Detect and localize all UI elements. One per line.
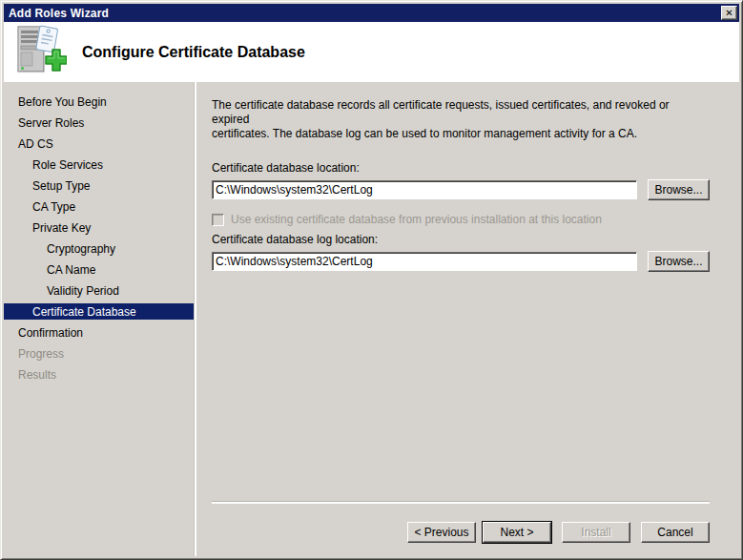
close-button[interactable]: ✕: [721, 6, 737, 20]
use-existing-db-label: Use existing certificate database from p…: [231, 213, 602, 226]
sidebar-item-ad-cs: AD CS: [4, 134, 195, 155]
sidebar-item-before-you-begin: Before You Begin: [4, 92, 195, 113]
close-icon: ✕: [725, 9, 733, 18]
db-location-input[interactable]: [212, 180, 637, 199]
step-label: AD CS: [18, 137, 53, 151]
step-label: Cryptography: [47, 242, 115, 256]
step-label: CA Name: [47, 263, 95, 277]
sidebar-item-confirmation: Confirmation: [4, 322, 195, 343]
sidebar-item-results: Results: [4, 364, 195, 385]
step-label: Before You Begin: [18, 95, 107, 109]
wizard-footer: < Previous Next > Install Cancel: [212, 504, 710, 556]
log-location-row: Browse...: [212, 251, 710, 272]
sidebar-item-ca-type: CA Type: [4, 197, 195, 218]
log-location-label: Certificate database log location:: [212, 233, 710, 246]
use-existing-db-row: Use existing certificate database from p…: [212, 213, 710, 226]
step-label: Certificate Database: [32, 305, 136, 319]
step-label: Setup Type: [32, 179, 91, 193]
log-location-browse-button[interactable]: Browse...: [648, 251, 710, 272]
sidebar-item-ca-name: CA Name: [4, 259, 195, 280]
step-label: CA Type: [32, 200, 75, 214]
step-label: Private Key: [32, 221, 91, 235]
wizard-header: Configure Certificate Database: [4, 22, 739, 82]
sidebar-item-validity-period: Validity Period: [4, 280, 195, 301]
page-description: The certificate database records all cer…: [212, 98, 710, 141]
wizard-steps-sidebar: Before You Begin Server Roles AD CS Role…: [4, 82, 195, 556]
titlebar: Add Roles Wizard ✕: [4, 4, 739, 22]
sidebar-item-cryptography: Cryptography: [4, 239, 195, 259]
sidebar-item-certificate-database-current: Certificate Database: [4, 303, 195, 320]
db-location-row: Browse...: [212, 179, 710, 200]
log-location-input[interactable]: [212, 252, 637, 271]
sidebar-item-private-key: Private Key: [4, 218, 195, 239]
spacer: [212, 284, 710, 502]
previous-button[interactable]: < Previous: [407, 522, 476, 543]
step-label: Validity Period: [47, 284, 119, 298]
db-location-label: Certificate database location:: [212, 161, 710, 175]
cancel-button[interactable]: Cancel: [641, 522, 710, 543]
step-label: Server Roles: [18, 116, 84, 130]
step-label: Role Services: [32, 158, 103, 172]
step-label: Confirmation: [18, 326, 83, 340]
sidebar-item-server-roles: Server Roles: [4, 113, 195, 134]
sidebar-item-setup-type: Setup Type: [4, 176, 195, 197]
sidebar-item-role-services: Role Services: [4, 155, 195, 176]
use-existing-db-checkbox[interactable]: [212, 214, 224, 226]
server-add-certificate-icon: [11, 25, 67, 80]
db-location-browse-button[interactable]: Browse...: [648, 179, 710, 200]
page-title: Configure Certificate Database: [82, 44, 305, 61]
add-roles-wizard-window: Add Roles Wizard ✕: [0, 0, 743, 560]
install-button[interactable]: Install: [562, 522, 630, 543]
next-button[interactable]: Next >: [483, 522, 551, 543]
step-label: Progress: [18, 347, 64, 361]
main-content: The certificate database records all cer…: [196, 82, 739, 556]
step-label: Results: [18, 368, 56, 382]
sidebar-item-progress: Progress: [4, 343, 195, 364]
window-title: Add Roles Wizard: [9, 7, 721, 20]
wizard-body: Before You Begin Server Roles AD CS Role…: [4, 82, 739, 556]
